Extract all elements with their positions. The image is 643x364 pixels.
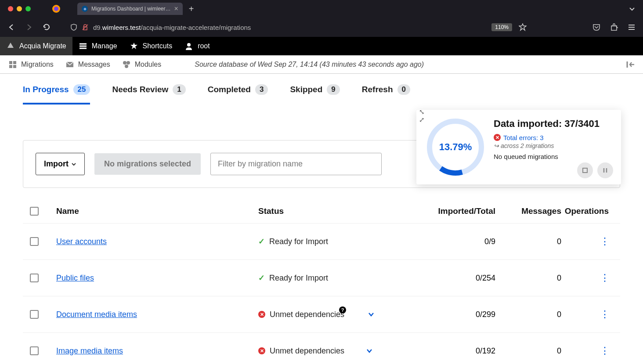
collapse-panel-icon[interactable]: ⤡⤢ [419, 108, 425, 124]
svg-rect-12 [9, 61, 12, 64]
tab-label: Needs Review [112, 85, 168, 94]
messages-count: 0 [495, 346, 561, 356]
svg-rect-15 [13, 65, 16, 68]
admin-user-label: root [198, 42, 210, 50]
import-button[interactable]: Import [36, 153, 85, 175]
acquia-logo-icon [6, 42, 15, 50]
tab-needs-review[interactable]: Needs Review 1 [112, 84, 185, 105]
header-status: Status [258, 206, 416, 216]
status-cell: ✕Unmet dependencies [258, 346, 416, 356]
migration-name-link[interactable]: Document media items [56, 310, 137, 319]
check-icon: ✓ [258, 237, 265, 246]
queued-text: No queued migrations [494, 153, 611, 160]
nav-modules-label: Modules [135, 61, 161, 68]
svg-point-17 [123, 61, 126, 65]
firefox-icon[interactable] [50, 3, 62, 15]
help-icon[interactable]: ? [339, 306, 346, 314]
tab-label: Completed [208, 85, 251, 94]
minimize-window-button[interactable] [17, 6, 22, 11]
tab-bar: ◆ Migrations Dashboard | wimleer… × + [0, 0, 643, 18]
imported-count: 0/192 [416, 346, 495, 356]
tabs-dropdown-button[interactable] [625, 6, 639, 12]
pause-button[interactable] [597, 162, 613, 178]
row-checkbox[interactable] [30, 346, 39, 355]
admin-brand[interactable]: Acquia Migrate [0, 37, 72, 55]
url-field[interactable]: d9.wimleers.test/acquia-migrate-accelera… [70, 24, 462, 31]
modules-icon [123, 61, 130, 68]
browser-tab[interactable]: ◆ Migrations Dashboard | wimleer… × [77, 3, 183, 15]
tab-badge: 3 [255, 84, 268, 95]
check-icon: ✓ [258, 273, 265, 283]
shield-icon [70, 24, 77, 31]
migration-name-link[interactable]: User accounts [56, 237, 107, 246]
tab-badge: 1 [173, 84, 185, 95]
table-header: Name Status Imported/Total Messages Oper… [23, 201, 620, 223]
row-checkbox[interactable] [30, 274, 39, 282]
extensions-icon[interactable] [607, 20, 621, 34]
admin-manage-label: Manage [92, 42, 117, 50]
admin-user[interactable]: root [178, 37, 216, 55]
svg-point-19 [125, 65, 128, 68]
svg-rect-14 [9, 65, 12, 68]
tab-label: In Progress [23, 85, 69, 94]
nav-migrations-label: Migrations [21, 61, 54, 68]
table-row: Document media items✕Unmet dependencies?… [23, 296, 620, 332]
svg-rect-4 [611, 26, 617, 30]
nav-migrations[interactable]: Migrations [4, 55, 59, 74]
migrations-table: Name Status Imported/Total Messages Oper… [23, 201, 620, 364]
admin-shortcuts[interactable]: Shortcuts [123, 37, 179, 55]
operations-menu-button[interactable]: ⋮ [600, 345, 609, 356]
new-tab-button[interactable]: + [184, 4, 199, 14]
migration-name-link[interactable]: Public files [56, 274, 94, 282]
operations-menu-button[interactable]: ⋮ [600, 309, 609, 320]
row-checkbox[interactable] [30, 310, 39, 319]
hamburger-icon [79, 42, 87, 50]
status-text: Ready for Import [269, 237, 328, 246]
header-imported: Imported/Total [416, 206, 495, 216]
admin-manage[interactable]: Manage [72, 37, 123, 55]
forward-button[interactable] [22, 20, 36, 34]
status-tabs: In Progress 25 Needs Review 1 Completed … [0, 74, 643, 105]
close-window-button[interactable] [8, 6, 13, 11]
status-cell: ✓Ready for Import [258, 237, 416, 246]
svg-rect-23 [583, 168, 587, 173]
reload-button[interactable] [40, 20, 54, 34]
imported-count: 0/9 [416, 237, 495, 246]
menu-icon[interactable] [625, 20, 639, 34]
total-errors-link[interactable]: ✕ Total errors: 3 [494, 134, 611, 141]
svg-point-18 [126, 61, 130, 65]
nav-messages-label: Messages [78, 61, 110, 68]
tab-skipped[interactable]: Skipped 9 [290, 84, 340, 105]
progress-title: Data imported: 37/3401 [494, 118, 611, 130]
header-messages: Messages [495, 206, 561, 216]
status-text: Ready for Import [269, 274, 328, 283]
nav-messages[interactable]: Messages [61, 55, 116, 74]
tab-favicon-icon: ◆ [82, 6, 88, 12]
stop-button[interactable] [577, 162, 593, 178]
filter-input[interactable] [210, 153, 382, 175]
tab-in-progress[interactable]: In Progress 25 [23, 84, 90, 105]
status-cell: ✓Ready for Import [258, 273, 416, 283]
maximize-window-button[interactable] [25, 6, 31, 11]
select-all-checkbox[interactable] [30, 207, 39, 216]
bookmark-star-icon[interactable] [516, 20, 530, 34]
back-button[interactable] [4, 20, 18, 34]
operations-menu-button[interactable]: ⋮ [600, 272, 609, 283]
close-tab-button[interactable]: × [174, 5, 178, 12]
progress-percent: 13.79% [439, 141, 472, 153]
tab-label: Refresh [362, 85, 393, 94]
toolbar-collapse-button[interactable] [623, 61, 639, 68]
migration-name-link[interactable]: Image media items [56, 346, 123, 355]
tab-refresh[interactable]: Refresh 0 [362, 84, 410, 105]
error-icon: ✕ [258, 347, 265, 354]
operations-menu-button[interactable]: ⋮ [600, 236, 609, 247]
pocket-icon[interactable] [589, 20, 603, 34]
status-text: Unmet dependencies? [270, 310, 346, 319]
row-checkbox[interactable] [30, 237, 39, 246]
zoom-badge[interactable]: 110% [491, 23, 512, 31]
tab-badge: 0 [397, 84, 410, 95]
nav-modules[interactable]: Modules [117, 55, 166, 74]
tab-completed[interactable]: Completed 3 [208, 84, 268, 105]
table-row: Public files✓Ready for Import0/2540⋮ [23, 259, 620, 296]
messages-count: 0 [495, 274, 561, 283]
